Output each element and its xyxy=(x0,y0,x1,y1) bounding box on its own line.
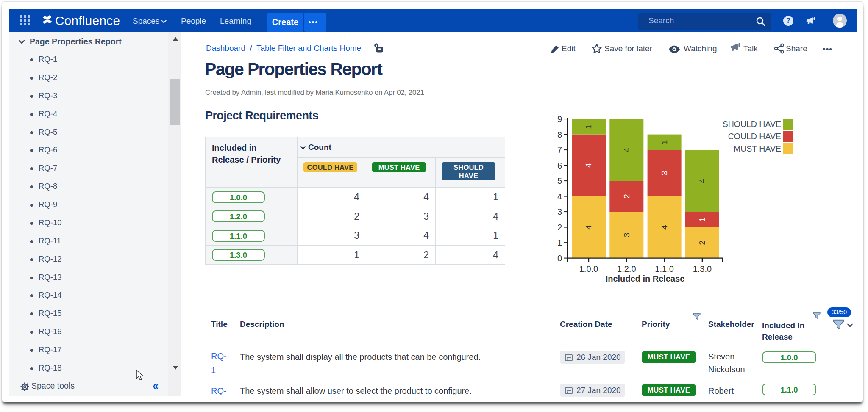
svg-text:1.0.0: 1.0.0 xyxy=(579,264,598,274)
svg-text:4: 4 xyxy=(622,147,631,152)
svg-text:1.2.0: 1.2.0 xyxy=(617,264,636,274)
svg-text:4: 4 xyxy=(698,178,707,183)
svg-text:1.1.0: 1.1.0 xyxy=(655,264,673,274)
svg-text:2: 2 xyxy=(698,241,707,245)
svg-text:8: 8 xyxy=(557,130,562,139)
svg-text:MUST HAVE: MUST HAVE xyxy=(734,144,781,153)
svg-text:1: 1 xyxy=(698,217,707,222)
svg-text:7: 7 xyxy=(557,145,562,155)
svg-text:6: 6 xyxy=(557,161,562,170)
svg-text:4: 4 xyxy=(660,225,669,230)
svg-text:1: 1 xyxy=(584,124,593,129)
svg-text:1: 1 xyxy=(660,140,669,145)
svg-text:4: 4 xyxy=(584,163,593,168)
svg-text:9: 9 xyxy=(557,114,562,124)
svg-text:Included in Release: Included in Release xyxy=(606,274,685,283)
svg-text:5: 5 xyxy=(557,176,562,185)
svg-text:0: 0 xyxy=(557,254,562,263)
svg-text:4: 4 xyxy=(584,225,593,230)
svg-text:3: 3 xyxy=(622,233,631,238)
svg-text:3: 3 xyxy=(660,171,669,176)
svg-text:4: 4 xyxy=(557,192,562,201)
svg-text:2: 2 xyxy=(622,194,631,199)
svg-text:1.3.0: 1.3.0 xyxy=(693,264,712,274)
svg-text:3: 3 xyxy=(557,207,562,216)
svg-text:2: 2 xyxy=(557,223,562,232)
svg-text:COULD HAVE: COULD HAVE xyxy=(728,132,781,141)
svg-text:SHOULD HAVE: SHOULD HAVE xyxy=(723,119,781,129)
svg-text:1: 1 xyxy=(557,238,562,247)
